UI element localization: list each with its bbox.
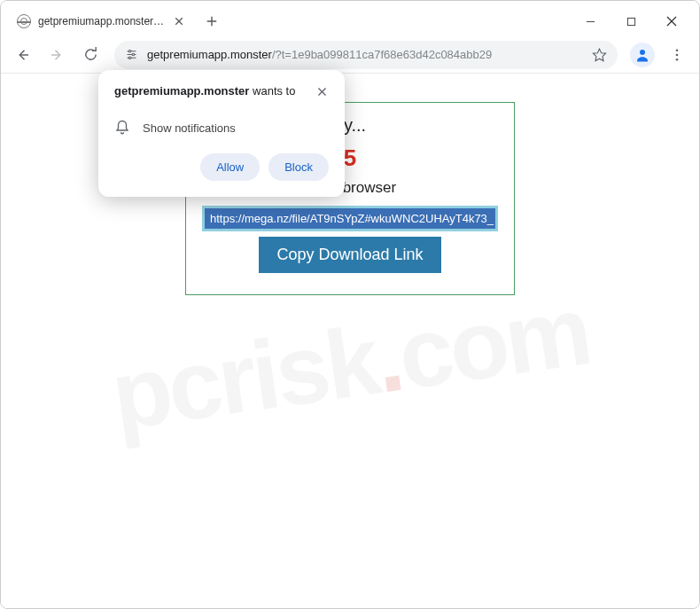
permission-dialog: getpremiumapp.monster wants to Show noti… <box>98 70 345 197</box>
site-settings-icon[interactable] <box>125 48 138 61</box>
close-window-button[interactable] <box>651 7 692 35</box>
block-button[interactable]: Block <box>268 153 329 181</box>
allow-button[interactable]: Allow <box>200 153 260 181</box>
titlebar: getpremiumapp.monster/?t=1e <box>1 1 699 36</box>
download-url-field[interactable]: https://mega.nz/file/AT9nSYpZ#wkuWNC2UHA… <box>202 206 498 231</box>
profile-button[interactable] <box>630 43 655 67</box>
new-tab-button[interactable] <box>199 9 224 34</box>
maximize-button[interactable] <box>611 7 651 35</box>
permission-message: getpremiumapp.monster wants to <box>114 84 307 98</box>
svg-point-17 <box>640 50 645 55</box>
browser-tab[interactable]: getpremiumapp.monster/?t=1e <box>8 9 194 34</box>
bell-icon <box>114 120 130 136</box>
url-text: getpremiumapp.monster/?t=1e9ba099811ca7f… <box>147 48 583 61</box>
svg-rect-5 <box>627 18 634 25</box>
permission-item-label: Show notifications <box>143 121 236 135</box>
svg-point-18 <box>676 49 679 51</box>
forward-button[interactable] <box>42 40 72 70</box>
globe-icon <box>17 14 31 28</box>
tab-title: getpremiumapp.monster/?t=1e <box>38 15 166 27</box>
svg-point-15 <box>128 57 131 59</box>
back-button[interactable] <box>8 40 38 70</box>
minimize-button[interactable] <box>570 7 611 35</box>
svg-point-19 <box>676 53 679 56</box>
close-dialog-icon[interactable] <box>315 84 329 98</box>
close-tab-icon[interactable] <box>173 15 185 27</box>
svg-point-13 <box>128 51 131 53</box>
watermark: pcrisk.com <box>105 273 595 451</box>
svg-marker-16 <box>593 49 605 60</box>
menu-button[interactable] <box>662 40 692 70</box>
reload-button[interactable] <box>75 40 105 70</box>
svg-point-20 <box>676 58 679 60</box>
window-controls <box>570 7 692 35</box>
permission-item: Show notifications <box>114 120 329 136</box>
svg-point-14 <box>132 53 135 56</box>
copy-link-button[interactable]: Copy Download Link <box>259 237 440 273</box>
address-bar[interactable]: getpremiumapp.monster/?t=1e9ba099811ca7f… <box>114 41 618 69</box>
toolbar: getpremiumapp.monster/?t=1e9ba099811ca7f… <box>1 36 699 74</box>
bookmark-icon[interactable] <box>592 47 607 62</box>
